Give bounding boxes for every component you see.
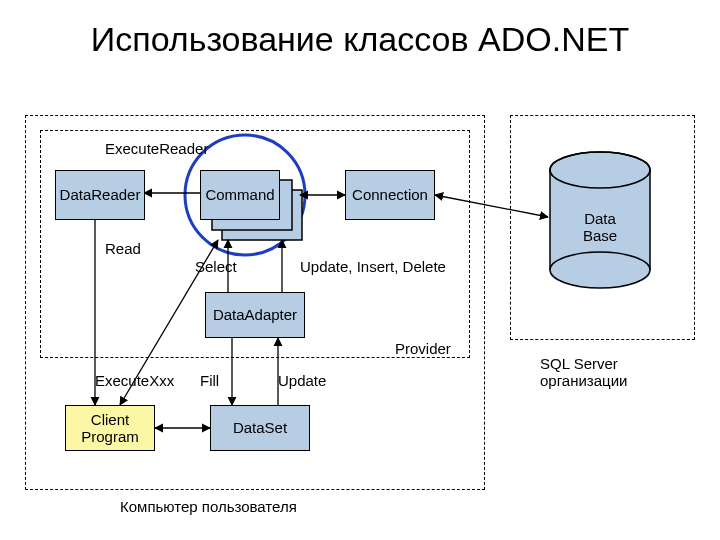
label-provider: Provider (395, 340, 451, 357)
label-user-computer: Компьютер пользователя (120, 498, 297, 515)
box-command: Command (200, 170, 280, 220)
label-read: Read (105, 240, 141, 257)
svg-line-8 (435, 195, 548, 217)
label-executexxx: ExecuteXxx (95, 372, 174, 389)
label-select: Select (195, 258, 237, 275)
box-dataadapter: DataAdapter (205, 292, 305, 338)
box-datareader: DataReader (55, 170, 145, 220)
svg-point-4 (550, 252, 650, 288)
label-update: Update (278, 372, 326, 389)
label-fill: Fill (200, 372, 219, 389)
database-label: Data Base (575, 210, 625, 244)
box-client-program: Client Program (65, 405, 155, 451)
box-dataset: DataSet (210, 405, 310, 451)
box-connection: Connection (345, 170, 435, 220)
label-executereader: ExecuteReader (105, 140, 208, 157)
label-update-insert-delete: Update, Insert, Delete (300, 258, 446, 275)
label-sql-server: SQL Server организации (540, 355, 690, 389)
